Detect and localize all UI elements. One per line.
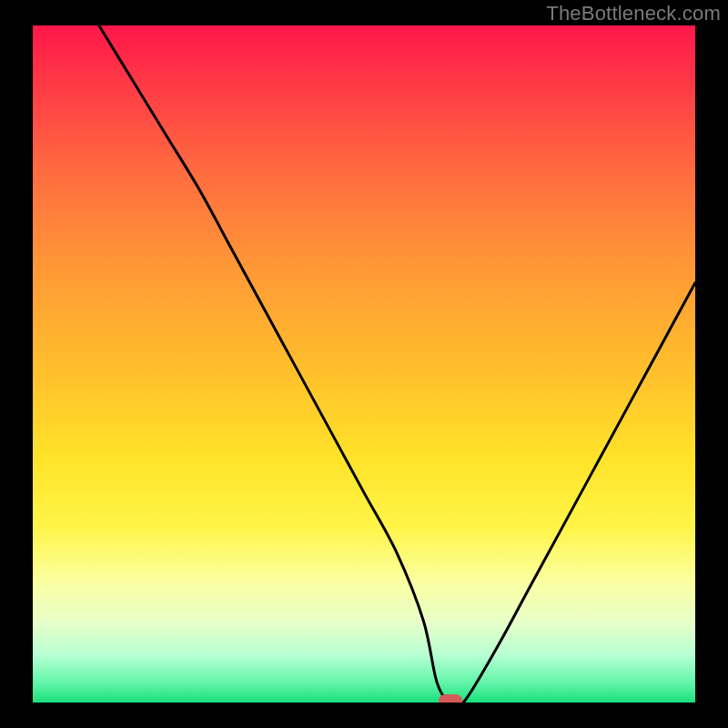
chart-frame: TheBottleneck.com xyxy=(0,0,728,728)
optimal-point-marker xyxy=(439,694,462,703)
bottleneck-curve xyxy=(33,25,695,703)
plot-area xyxy=(33,25,695,703)
watermark-text: TheBottleneck.com xyxy=(546,2,721,25)
